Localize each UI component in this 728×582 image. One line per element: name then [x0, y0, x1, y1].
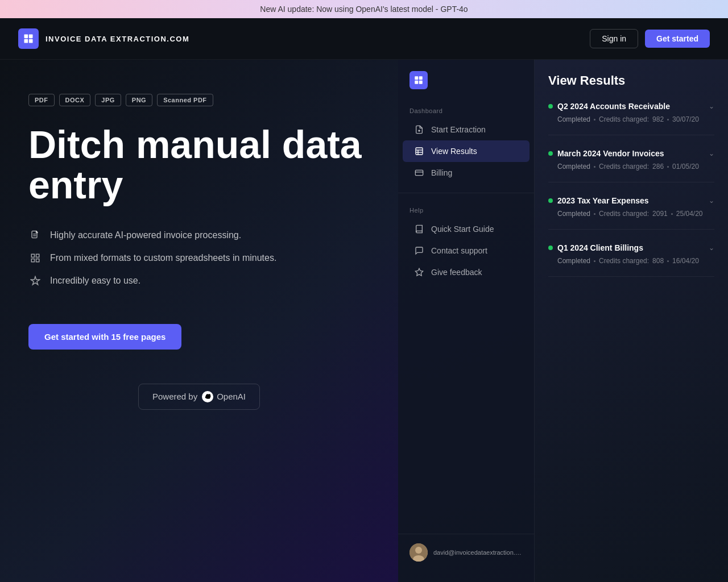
- chevron-down-icon-4: ⌄: [709, 244, 714, 252]
- document-icon: [28, 228, 42, 242]
- hero-section: PDF DOCX JPG PNG Scanned PDF Ditch manua…: [0, 60, 398, 582]
- sidebar: Dashboard Start Extraction: [398, 60, 535, 582]
- svg-marker-23: [415, 268, 423, 276]
- result-meta-4: Completed Credits charged: 808 16/04/20: [548, 257, 714, 265]
- separator: [594, 213, 595, 215]
- dashboard-section-label: Dashboard: [398, 107, 534, 114]
- announcement-bar: New AI update: Now using OpenAI's latest…: [0, 0, 728, 18]
- header: INVOICE DATA EXTRACTION.COM Sign in Get …: [0, 18, 728, 60]
- result-header-2[interactable]: March 2024 Vendor Invoices ⌄: [548, 149, 714, 158]
- status-dot-3: [548, 198, 553, 203]
- chevron-down-icon-2: ⌄: [709, 149, 714, 157]
- table-icon: [414, 146, 424, 156]
- book-icon: [414, 224, 424, 234]
- result-name-4: Q1 2024 Client Billings: [557, 243, 704, 252]
- feature-text-3: Incredibly easy to use.: [50, 276, 140, 286]
- separator: [594, 260, 595, 262]
- sidebar-label-quick-start: Quick Start Guide: [431, 225, 494, 234]
- separator: [671, 213, 673, 215]
- separator: [667, 166, 669, 168]
- result-header-4[interactable]: Q1 2024 Client Billings ⌄: [548, 243, 714, 252]
- result-date-4: 16/04/20: [672, 257, 699, 265]
- result-header-3[interactable]: 2023 Tax Year Expenses ⌄: [548, 196, 714, 205]
- openai-label: OpenAI: [217, 392, 246, 401]
- chevron-down-icon-3: ⌄: [709, 197, 714, 205]
- badge-jpg: JPG: [95, 94, 121, 106]
- svg-rect-14: [419, 81, 423, 84]
- result-credits-4: 808: [652, 257, 664, 265]
- sidebar-item-give-feedback[interactable]: Give feedback: [403, 261, 530, 283]
- chevron-down-icon-1: ⌄: [709, 102, 714, 110]
- sidebar-logo-icon: [410, 71, 428, 89]
- feature-list: Highly accurate AI-powered invoice proce…: [28, 228, 370, 297]
- sidebar-user[interactable]: david@invoicedataextraction.c...: [398, 534, 534, 571]
- logo-text: INVOICE DATA EXTRACTION.COM: [46, 35, 189, 43]
- result-name-2: March 2024 Vendor Invoices: [557, 149, 704, 158]
- status-dot-4: [548, 246, 553, 250]
- svg-rect-0: [24, 35, 28, 39]
- result-item-1: Q2 2024 Accounts Receivable ⌄ Completed …: [548, 102, 714, 135]
- result-status-3: Completed: [557, 210, 590, 218]
- chat-icon: [414, 246, 424, 256]
- result-credits-3: 2091: [652, 210, 668, 218]
- sidebar-item-start-extraction[interactable]: Start Extraction: [403, 119, 530, 140]
- result-item-3: 2023 Tax Year Expenses ⌄ Completed Credi…: [548, 196, 714, 230]
- sidebar-item-contact-support[interactable]: Contact support: [403, 240, 530, 261]
- svg-rect-21: [415, 170, 423, 175]
- header-actions: Sign in Get started: [590, 29, 710, 48]
- result-status-1: Completed: [557, 115, 590, 123]
- result-credits-2: 286: [652, 163, 664, 171]
- result-credits-label-1: Credits charged:: [599, 115, 649, 123]
- feature-item-3: Incredibly easy to use.: [28, 274, 370, 288]
- svg-rect-7: [31, 254, 34, 257]
- signin-button[interactable]: Sign in: [590, 29, 638, 48]
- feature-text-1: Highly accurate AI-powered invoice proce…: [50, 230, 241, 240]
- sidebar-label-view-results: View Results: [431, 147, 477, 156]
- result-name-3: 2023 Tax Year Expenses: [557, 196, 704, 205]
- powered-by-badge: Powered by OpenAI: [138, 384, 260, 410]
- svg-rect-13: [415, 81, 418, 84]
- svg-rect-12: [419, 76, 423, 80]
- svg-rect-2: [24, 39, 28, 43]
- separator: [594, 166, 595, 168]
- svg-rect-17: [416, 148, 423, 155]
- sidebar-item-billing[interactable]: Billing: [403, 162, 530, 184]
- badge-scanned: Scanned PDF: [157, 94, 213, 106]
- result-item-4: Q1 2024 Client Billings ⌄ Completed Cred…: [548, 243, 714, 277]
- cta-button[interactable]: Get started with 15 free pages: [28, 324, 181, 350]
- sidebar-divider: [398, 193, 534, 193]
- svg-rect-8: [36, 254, 39, 257]
- separator: [667, 260, 669, 262]
- billing-icon: [414, 168, 424, 178]
- user-email: david@invoicedataextraction.c...: [433, 549, 523, 556]
- result-date-1: 30/07/20: [672, 115, 699, 123]
- sidebar-label-contact-support: Contact support: [431, 246, 487, 255]
- star-icon: [414, 267, 424, 277]
- svg-rect-11: [415, 76, 418, 80]
- sidebar-label-give-feedback: Give feedback: [431, 268, 482, 277]
- file-upload-icon: [414, 124, 424, 135]
- hero-title: Ditch manual data entry: [28, 124, 370, 206]
- logo-svg: [23, 33, 34, 44]
- sidebar-item-quick-start[interactable]: Quick Start Guide: [403, 218, 530, 240]
- sidebar-label-start-extraction: Start Extraction: [431, 125, 486, 134]
- sidebar-logo: [398, 71, 534, 103]
- logo-icon: [18, 28, 39, 49]
- sidebar-label-billing: Billing: [431, 168, 452, 177]
- sidebar-item-view-results[interactable]: View Results: [403, 140, 530, 162]
- result-credits-label-3: Credits charged:: [599, 210, 649, 218]
- result-credits-label-2: Credits charged:: [599, 163, 649, 171]
- getstarted-button[interactable]: Get started: [645, 30, 710, 48]
- result-header-1[interactable]: Q2 2024 Accounts Receivable ⌄: [548, 102, 714, 111]
- result-status-2: Completed: [557, 163, 590, 171]
- result-meta-3: Completed Credits charged: 2091 25/04/20: [548, 210, 714, 218]
- sparkle-icon: [28, 274, 42, 288]
- results-title: View Results: [548, 73, 714, 88]
- status-dot-1: [548, 104, 553, 109]
- result-name-1: Q2 2024 Accounts Receivable: [557, 102, 704, 111]
- svg-rect-9: [31, 259, 34, 261]
- result-date-2: 01/05/20: [672, 163, 699, 171]
- logo: INVOICE DATA EXTRACTION.COM: [18, 28, 189, 49]
- hero-title-line1: Ditch manual data: [28, 123, 362, 166]
- result-meta-1: Completed Credits charged: 982 30/07/20: [548, 115, 714, 123]
